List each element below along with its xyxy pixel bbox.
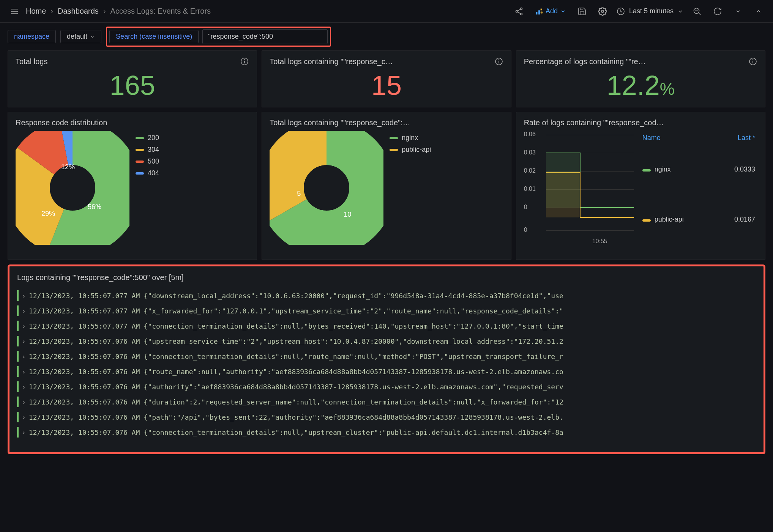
legend-item[interactable]: 200	[136, 134, 159, 142]
log-line[interactable]: ›12/13/2023, 10:55:07.076 AM{"connection…	[17, 425, 756, 440]
log-timestamp: 12/13/2023, 10:55:07.076 AM	[29, 413, 140, 421]
info-icon[interactable]	[240, 57, 249, 66]
save-button[interactable]	[575, 5, 589, 18]
log-timestamp: 12/13/2023, 10:55:07.076 AM	[29, 398, 140, 406]
chevron-right-icon: ›	[50, 7, 53, 16]
col-last[interactable]: Last *	[716, 132, 757, 144]
legend-item[interactable]: 500	[136, 157, 159, 165]
breadcrumb: Home › Dashboards › Access Logs: Events …	[26, 7, 211, 16]
legend-swatch	[136, 172, 144, 175]
log-line[interactable]: ›12/13/2023, 10:55:07.077 AM{"connection…	[17, 318, 756, 334]
legend-label: public-api	[402, 146, 431, 154]
legend-label: nginx	[402, 134, 418, 142]
log-line[interactable]: ›12/13/2023, 10:55:07.076 AM{"route_name…	[17, 364, 756, 379]
legend-swatch	[390, 149, 398, 151]
hamburger-menu[interactable]	[8, 5, 21, 18]
legend: nginxpublic-api	[390, 134, 431, 154]
namespace-selector[interactable]: default	[60, 30, 101, 43]
topbar: Home › Dashboards › Access Logs: Events …	[0, 0, 773, 23]
panel-logs[interactable]: Logs containing ""response_code":500" ov…	[8, 264, 765, 454]
log-body: {"upstream_service_time":"2","upstream_h…	[144, 337, 563, 345]
legend-item[interactable]: nginx	[390, 134, 431, 142]
svg-line-7	[517, 12, 520, 14]
time-range-picker[interactable]: Last 5 minutes	[616, 7, 683, 16]
log-line[interactable]: ›12/13/2023, 10:55:07.077 AM{"downstream…	[17, 288, 756, 303]
refresh-interval-button[interactable]	[731, 5, 745, 18]
settings-button[interactable]	[596, 5, 609, 18]
refresh-button[interactable]	[711, 5, 724, 18]
log-timestamp: 12/13/2023, 10:55:07.076 AM	[29, 353, 140, 360]
svg-point-23	[499, 60, 499, 60]
breadcrumb-dashboards[interactable]: Dashboards	[58, 7, 99, 16]
log-level-bar	[17, 381, 19, 392]
col-name[interactable]: Name	[641, 132, 716, 144]
info-icon[interactable]	[748, 57, 757, 66]
percentage-value: 12.2%	[524, 70, 757, 101]
collapse-button[interactable]	[752, 5, 765, 18]
search-input[interactable]	[202, 29, 328, 44]
log-level-bar	[17, 412, 19, 422]
legend-swatch	[136, 161, 144, 163]
panel-title: Total logs	[16, 57, 48, 66]
panel-response-code-dist[interactable]: Response code distribution 12% 29% 56% 2…	[8, 112, 257, 260]
log-line[interactable]: ›12/13/2023, 10:55:07.076 AM{"upstream_s…	[17, 334, 756, 349]
svg-rect-10	[541, 8, 542, 10]
log-level-bar	[17, 290, 19, 301]
info-icon[interactable]	[494, 57, 503, 66]
add-label: Add	[546, 7, 558, 15]
legend-label: 200	[148, 134, 159, 142]
log-timestamp: 12/13/2023, 10:55:07.077 AM	[29, 307, 140, 315]
legend-label: 304	[148, 146, 159, 154]
clock-icon	[616, 7, 625, 16]
namespace-value: default	[67, 33, 87, 41]
panel-rate[interactable]: Rate of logs containing ""response_cod… …	[516, 112, 765, 260]
pie-label: 29%	[41, 210, 55, 218]
table-row[interactable]: public-api0.0167	[641, 195, 757, 244]
rate-legend-table: Name Last * nginx0.0333 public-api0.0167	[640, 131, 757, 245]
chevron-right-icon: ›	[22, 353, 26, 360]
log-line[interactable]: ›12/13/2023, 10:55:07.076 AM{"authority"…	[17, 379, 756, 394]
search-label: Search (case insensitive)	[109, 30, 199, 43]
panel-title: Response code distribution	[16, 118, 107, 127]
log-line[interactable]: ›12/13/2023, 10:55:07.076 AM{"path":"/ap…	[17, 409, 756, 425]
log-body: {"connection_termination_details":null,"…	[144, 353, 563, 360]
add-button[interactable]: Add	[533, 7, 568, 16]
topbar-actions: Add Last 5 minutes	[512, 5, 765, 18]
panel-percentage[interactable]: Percentage of logs containing ""re… 12.2…	[516, 50, 765, 107]
chevron-down-icon	[90, 34, 95, 39]
breadcrumb-home[interactable]: Home	[26, 7, 46, 16]
table-row[interactable]: nginx0.0333	[641, 145, 757, 194]
legend-label: 500	[148, 157, 159, 165]
pie-label: 12%	[61, 163, 75, 171]
panel-total-logs[interactable]: Total logs 165	[8, 50, 257, 107]
log-level-bar	[17, 321, 19, 331]
zoom-out-icon	[693, 7, 702, 16]
log-line[interactable]: ›12/13/2023, 10:55:07.077 AM{"x_forwarde…	[17, 303, 756, 318]
chevron-right-icon: ›	[103, 7, 106, 16]
legend-item[interactable]: 304	[136, 146, 159, 154]
pie-label: 56%	[88, 203, 101, 211]
chevron-down-icon	[677, 8, 683, 14]
legend-item[interactable]: 404	[136, 169, 159, 177]
log-level-bar	[17, 397, 19, 407]
chevron-right-icon: ›	[22, 337, 26, 345]
log-line[interactable]: ›12/13/2023, 10:55:07.076 AM{"duration":…	[17, 394, 756, 409]
log-body: {"connection_termination_details":null,"…	[144, 322, 563, 330]
log-timestamp: 12/13/2023, 10:55:07.076 AM	[29, 428, 140, 436]
zoom-out-button[interactable]	[690, 5, 704, 18]
legend-item[interactable]: public-api	[390, 146, 431, 154]
log-line[interactable]: ›12/13/2023, 10:55:07.076 AM{"connection…	[17, 349, 756, 364]
panel-matching-logs[interactable]: Total logs containing ""response_c… 15	[262, 50, 511, 107]
svg-rect-34	[546, 173, 580, 217]
variable-toolbar: namespace default Search (case insensiti…	[0, 23, 773, 50]
chevron-down-icon	[735, 8, 741, 14]
chevron-right-icon: ›	[22, 307, 26, 315]
panel-logs-by-service[interactable]: Total logs containing ""response_code":……	[262, 112, 511, 260]
breadcrumb-current[interactable]: Access Logs: Events & Errors	[110, 7, 211, 16]
log-body: {"route_name":null,"authority":"aef88393…	[144, 368, 563, 376]
chevron-right-icon: ›	[22, 368, 26, 376]
chevron-right-icon: ›	[22, 413, 26, 421]
share-button[interactable]	[512, 5, 526, 18]
log-timestamp: 12/13/2023, 10:55:07.076 AM	[29, 368, 140, 376]
share-icon	[514, 7, 524, 16]
